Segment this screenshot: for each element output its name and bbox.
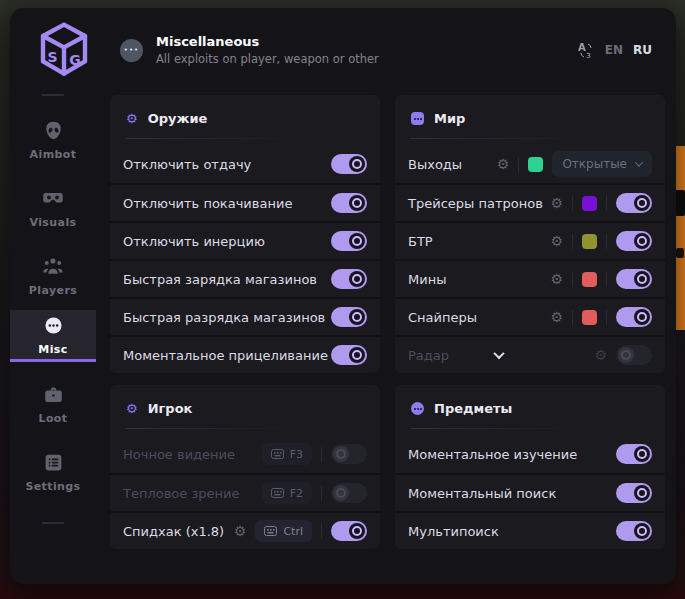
toggle-switch[interactable] (331, 154, 367, 174)
chevron-down-icon[interactable] (493, 348, 504, 359)
toggle-switch[interactable] (616, 345, 652, 365)
toggle-knob (634, 233, 650, 249)
setting-label: Быстрая разрядка магазинов (123, 310, 325, 325)
section-weapon: ⚙ Оружие Отключить отдачу Отключить пока… (110, 95, 380, 373)
exits-dropdown[interactable]: Открытые (552, 151, 652, 177)
setting-label: Мультипоиск (408, 524, 499, 539)
setting-label: Тепловое зрение (123, 486, 240, 501)
page-title: Miscellaneous (156, 34, 379, 49)
color-swatch[interactable] (582, 196, 597, 211)
vr-goggles-icon (42, 187, 64, 209)
lang-en-button[interactable]: EN (605, 43, 623, 57)
svg-text:S: S (47, 49, 57, 65)
divider (572, 196, 573, 211)
hotkey-badge[interactable]: F2 (262, 482, 312, 504)
toggle-switch[interactable] (616, 483, 652, 503)
sidebar-item-players[interactable]: Players (10, 242, 96, 310)
divider (606, 234, 607, 249)
toggle-switch[interactable] (331, 231, 367, 251)
sidebar-item-label: Misc (38, 343, 67, 356)
divider (411, 428, 578, 429)
color-swatch[interactable] (582, 234, 597, 249)
toggle-switch[interactable] (331, 345, 367, 365)
setting-label: Отключить отдачу (123, 157, 251, 172)
color-swatch[interactable] (528, 157, 543, 172)
toggle-knob (634, 485, 650, 501)
setting-row: Мины ⚙ (395, 259, 665, 297)
divider (518, 157, 519, 172)
setting-row: Отключить инерцию (110, 221, 380, 259)
section-player: ⚙ Игрок Ночное видение F3 (110, 385, 380, 549)
gear-icon[interactable]: ⚙ (594, 348, 607, 362)
ellipsis-icon: ••• (120, 39, 143, 62)
toggle-switch[interactable] (331, 521, 367, 541)
sidebar-item-visuals[interactable]: Visuals (10, 174, 96, 242)
color-swatch[interactable] (582, 310, 597, 325)
game-background-detail (676, 248, 684, 258)
toggle-switch[interactable] (616, 231, 652, 251)
hotkey-badge[interactable]: Ctrl (255, 520, 312, 542)
section-items: Предметы Моментальное изучение Моменталь… (395, 385, 665, 549)
setting-label: Быстрая зарядка магазинов (123, 272, 317, 287)
divider (42, 522, 64, 524)
gear-icon[interactable]: ⚙ (234, 524, 247, 538)
alien-icon (43, 120, 64, 141)
world-icon (411, 112, 424, 125)
setting-label: Отключить инерцию (123, 234, 265, 249)
ellipsis-glyph: ••• (124, 47, 139, 54)
gear-icon[interactable]: ⚙ (550, 272, 563, 286)
game-background-detail (675, 190, 685, 216)
page-heading: ••• Miscellaneous All exploits on player… (120, 34, 379, 66)
gear-icon[interactable]: ⚙ (497, 157, 510, 171)
toggle-knob (634, 271, 650, 287)
ellipsis-circle-icon (43, 315, 64, 336)
briefcase-icon (43, 384, 64, 405)
setting-row: Трейсеры патронов ⚙ (395, 183, 665, 221)
setting-row: Моментальный поиск (395, 473, 665, 511)
setting-row: Снайперы ⚙ (395, 297, 665, 335)
language-switcher: A з EN RU (578, 42, 652, 59)
gear-icon[interactable]: ⚙ (550, 234, 563, 248)
setting-row: Отключить покачивание (110, 183, 380, 221)
toggle-knob (349, 309, 365, 325)
toggle-switch[interactable] (616, 521, 652, 541)
gear-icon[interactable]: ⚙ (550, 196, 563, 210)
toggle-knob (349, 233, 365, 249)
divider (126, 428, 293, 429)
setting-label: Моментальный поиск (408, 486, 556, 501)
setting-row: Выходы ⚙ Открытые (395, 145, 665, 183)
setting-row: Моментальное прицеливание (110, 335, 380, 373)
divider (606, 196, 607, 211)
toggle-switch[interactable] (331, 193, 367, 213)
sidebar-item-settings[interactable]: Settings (10, 438, 96, 506)
setting-label: Отключить покачивание (123, 196, 292, 211)
toggle-switch[interactable] (616, 269, 652, 289)
lang-ru-button[interactable]: RU (633, 43, 652, 57)
hotkey-label: F2 (290, 487, 303, 500)
setting-row: Спидхак (x1.8) ⚙ Ctrl (110, 511, 380, 549)
app-logo: S G (32, 21, 96, 79)
setting-row: Ночное видение F3 (110, 435, 380, 473)
toggle-switch[interactable] (331, 483, 367, 503)
toggle-switch[interactable] (331, 307, 367, 327)
setting-row: Моментальное изучение (395, 435, 665, 473)
toggle-switch[interactable] (616, 444, 652, 464)
divider (42, 94, 64, 96)
toggle-switch[interactable] (331, 444, 367, 464)
keyboard-icon (271, 488, 284, 498)
hotkey-badge[interactable]: F3 (262, 443, 312, 465)
sidebar-item-aimbot[interactable]: Aimbot (10, 106, 96, 174)
sidebar-item-loot[interactable]: Loot (10, 370, 96, 438)
main-content: ⚙ Оружие Отключить отдачу Отключить пока… (96, 92, 676, 584)
sidebar-item-label: Players (29, 284, 77, 297)
setting-label: Выходы (408, 157, 462, 172)
color-swatch[interactable] (582, 272, 597, 287)
toggle-switch[interactable] (616, 193, 652, 213)
divider (321, 486, 322, 501)
toggle-switch[interactable] (331, 269, 367, 289)
gear-icon[interactable]: ⚙ (550, 310, 563, 324)
toggle-switch[interactable] (616, 307, 652, 327)
items-icon (411, 402, 424, 415)
page-subtitle: All exploits on player, weapon or other (156, 52, 379, 66)
sidebar-item-misc[interactable]: Misc (10, 310, 96, 362)
